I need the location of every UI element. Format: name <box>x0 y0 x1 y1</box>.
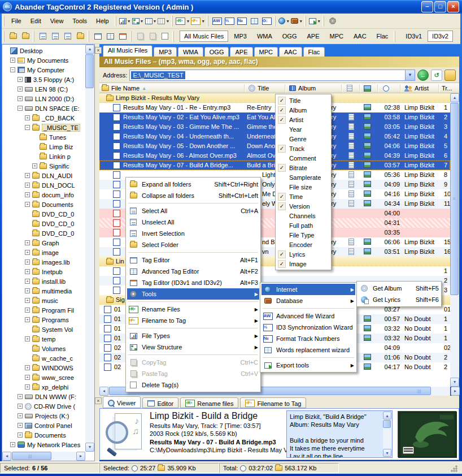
paste-tag-button[interactable] <box>146 31 159 42</box>
column-toggle-time[interactable]: ✓Time <box>277 192 330 201</box>
tools-item-advanced-file-wizard[interactable]: AWAdvanced file Wizard <box>261 310 355 322</box>
tree-expander-icon[interactable]: + <box>25 259 30 265</box>
tree-expander-icon[interactable]: + <box>25 336 30 341</box>
filter-id3v1[interactable]: ID3v1 <box>401 31 426 42</box>
column-toggle-version[interactable]: ✓Version <box>277 201 330 211</box>
select-all-button[interactable] <box>37 31 49 42</box>
tree-item[interactable]: +Projects (K:) <box>3 411 85 421</box>
column-track[interactable]: Tr... <box>442 83 452 93</box>
column-toggle-encoder[interactable]: Encoder <box>277 240 330 249</box>
tree-expander-icon[interactable]: + <box>25 183 30 188</box>
tree-item[interactable]: w_cache_c <box>3 353 85 363</box>
settings-button[interactable] <box>326 15 339 27</box>
address-combo[interactable]: E:\_MUSIC_TEST ▼ <box>129 70 415 81</box>
column-toggle-genre[interactable]: Genre <box>277 134 330 144</box>
internet-item-get-lyrics[interactable]: Get LyricsShift+F6 <box>358 294 440 305</box>
tree-item[interactable]: +images.lib <box>3 257 85 267</box>
menu-tools[interactable]: Tools <box>68 15 91 27</box>
menu-item-rename-files[interactable]: ‹R›Rename Files▶ <box>127 304 259 315</box>
tree-expander-icon[interactable]: + <box>25 250 30 255</box>
column-toggle-full-path[interactable]: Full path <box>277 220 330 230</box>
tree-expander-icon[interactable]: + <box>25 384 30 390</box>
tree-item[interactable]: +image <box>3 248 85 257</box>
id3-sync-button[interactable]: ½ <box>223 15 236 27</box>
file-types-button[interactable]: ▼ <box>119 15 132 27</box>
tab-ape[interactable]: APE <box>230 47 252 57</box>
menu-item-select-all[interactable]: Select AllCtrl+A <box>127 205 259 217</box>
advanced-tag-editor-button[interactable] <box>104 31 116 42</box>
internet-button[interactable]: ▼ <box>278 15 290 27</box>
tree-expander-icon[interactable]: − <box>10 67 15 72</box>
database-button[interactable]: ▼ <box>290 15 303 27</box>
column-album[interactable]: Album <box>289 83 316 93</box>
bottom-tab-viewer[interactable]: Viewer <box>103 396 141 408</box>
filename-to-tag-button[interactable]: ‹F›▼ <box>190 15 206 27</box>
tree-expander-icon[interactable]: + <box>25 279 30 284</box>
bottom-tab-filename-to-tag[interactable]: ‹F›Filename to Tag <box>240 397 306 408</box>
filter-aac[interactable]: AAC <box>349 31 371 42</box>
lyrics-box[interactable]: Limp Bizkit, "Build A Bridge"Album: Resu… <box>286 410 393 458</box>
tree-item[interactable]: +Documents <box>3 430 85 440</box>
chevron-down-icon[interactable]: ▼ <box>299 19 303 23</box>
column-toggle-artist[interactable]: ✓Artist <box>277 115 330 124</box>
menu-help[interactable]: Help <box>91 15 114 27</box>
scroll-down-icon[interactable]: ▾ <box>450 378 459 387</box>
tree-expander-icon[interactable]: + <box>18 404 23 409</box>
tree-scroll-thumb[interactable] <box>85 54 94 88</box>
close-tabs-icon[interactable]: × <box>95 47 102 54</box>
tree-item[interactable]: DVD_CD_0 <box>3 209 85 219</box>
chevron-down-icon[interactable]: ▼ <box>127 19 131 23</box>
scroll-down-icon[interactable]: ▾ <box>383 449 391 457</box>
column-title[interactable]: Title <box>249 83 269 93</box>
menu-item-delete-tag-s-[interactable]: Delete Tag(s) <box>127 379 259 391</box>
tree-item[interactable]: DVD_CD_0 <box>3 228 85 238</box>
tree-item[interactable]: +DLN WWW (F: <box>3 392 85 401</box>
tab-aac[interactable]: AAC <box>279 47 302 57</box>
tree-expander-icon[interactable]: + <box>25 115 30 120</box>
minimize-button[interactable]: – <box>421 1 433 12</box>
column-toggle-title[interactable]: ✓Title <box>277 96 330 105</box>
scroll-down-icon[interactable]: ▾ <box>85 443 94 452</box>
rename-files-button[interactable]: ‹R›▼ <box>175 15 190 27</box>
tree-item[interactable]: Tunes <box>3 132 85 142</box>
tree-item[interactable]: Desktop <box>3 46 85 55</box>
invert-selection-button[interactable] <box>62 31 74 42</box>
collapse-folders-button[interactable] <box>19 31 32 42</box>
bottom-tab-rename-files[interactable]: ‹R›Rename files <box>180 397 238 408</box>
filter-flac[interactable]: Flac <box>372 31 393 42</box>
chevron-down-icon[interactable]: ▼ <box>165 19 169 23</box>
tree-item[interactable]: +multimedia <box>3 286 85 296</box>
column-toggle-lyrics[interactable]: ✓Lyrics <box>277 249 330 259</box>
column-toggle-file-size[interactable]: File size <box>277 182 330 192</box>
internet-item-get-album[interactable]: Get AlbumShift+F5 <box>358 283 440 294</box>
excel-export-button[interactable] <box>159 31 171 42</box>
tag-editor-button[interactable] <box>91 31 104 42</box>
tree-item[interactable]: +My Documents <box>3 55 85 65</box>
export-button[interactable]: ▼ <box>308 15 321 27</box>
tree-item[interactable]: +DLN_DOCL <box>3 180 85 190</box>
menu-item-select-folder[interactable]: Select Folder <box>127 239 259 250</box>
tools-item-internet[interactable]: Internet▶ <box>261 284 355 295</box>
tree-expander-icon[interactable]: + <box>25 240 30 245</box>
resize-grip[interactable] <box>450 465 458 473</box>
lyrics-scrollbar[interactable]: ▴ ▾ <box>383 412 391 457</box>
scroll-up-icon[interactable]: ▴ <box>450 93 459 102</box>
tree-item[interactable]: +music <box>3 296 85 305</box>
tree-item[interactable]: +Control Panel <box>3 421 85 430</box>
tree-expander-icon[interactable]: + <box>25 317 30 322</box>
tree-item[interactable]: +_CD_BACK <box>3 113 85 123</box>
format-track-button[interactable]: № <box>236 15 248 27</box>
tree-item[interactable]: System Vol <box>3 324 85 334</box>
tree-item[interactable]: DVD_CD_0 <box>3 219 85 228</box>
tree-item[interactable]: +Program Fil <box>3 305 85 315</box>
tree-item[interactable]: −DLN SPACE (E: <box>3 103 85 113</box>
menu-item-filename-to-tag[interactable]: ‹F›Filename to Tag▶ <box>127 315 259 326</box>
tree-item[interactable]: +DLN_AUDI <box>3 171 85 180</box>
tree-expander-icon[interactable]: + <box>25 308 30 313</box>
column-toggle-album[interactable]: ✓Album <box>277 105 330 115</box>
menu-edit[interactable]: Edit <box>26 15 46 27</box>
column-image[interactable] <box>364 83 371 93</box>
tree-item[interactable]: +LEN 98 (C:) <box>3 84 85 94</box>
expand-folders-button[interactable] <box>7 31 19 42</box>
menu-item-advanced-tag-editor[interactable]: Advanced Tag EditorAlt+F2 <box>127 266 259 277</box>
